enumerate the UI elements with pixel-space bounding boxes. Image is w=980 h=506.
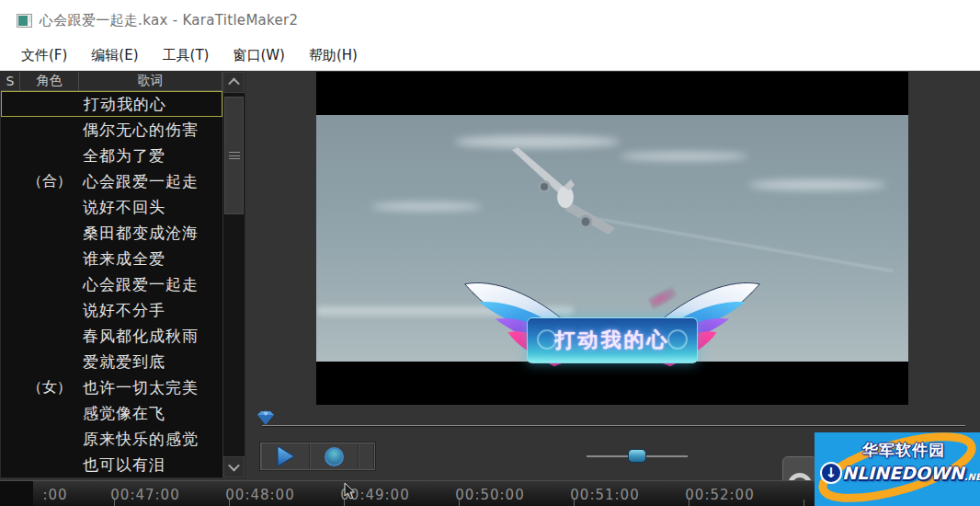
scroll-up-button[interactable] bbox=[223, 72, 245, 93]
timeline-tick bbox=[114, 500, 115, 506]
lyric-row[interactable]: 全都为了爱 bbox=[1, 143, 222, 168]
extra-transport-button[interactable] bbox=[359, 443, 374, 469]
video-sky: 打动我的心 bbox=[316, 115, 908, 362]
lyric-row[interactable]: 春风都化成秋雨 bbox=[1, 323, 222, 349]
subtitle-text: 打动我的心 bbox=[555, 327, 670, 354]
timeline-tick bbox=[574, 500, 575, 506]
lyric-row[interactable]: 桑田都变成沧海 bbox=[1, 220, 222, 246]
lyrics-scrollbar[interactable] bbox=[222, 72, 245, 477]
window-title: 心会跟爱一起走.kax - KaraTitleMaker2 bbox=[40, 12, 298, 29]
time-label: 00:52:00 bbox=[685, 487, 754, 503]
lyric-row[interactable]: 偶尔无心的伤害 bbox=[1, 117, 222, 143]
column-header-lyric[interactable]: 歌词 bbox=[79, 72, 222, 90]
play-icon bbox=[277, 445, 295, 467]
seek-bar[interactable] bbox=[262, 425, 965, 427]
chevron-down-icon bbox=[228, 460, 240, 472]
title-banner: 打动我的心 bbox=[461, 277, 764, 374]
timeline-tick bbox=[344, 500, 345, 506]
lyric-row[interactable]: （女）也许一切太完美 bbox=[1, 374, 222, 400]
menu-file[interactable]: 文件(F) bbox=[9, 43, 79, 68]
timeline-tick bbox=[229, 500, 230, 506]
watermark-site-name: 华军软件园 bbox=[862, 440, 945, 461]
title-bar: 心会跟爱一起走.kax - KaraTitleMaker2 bbox=[0, 0, 980, 40]
lyrics-header: S 角色 歌词 bbox=[1, 72, 222, 91]
lyric-row[interactable]: 感觉像在飞 bbox=[1, 400, 222, 426]
lyric-row[interactable]: 心会跟爱一起走 bbox=[1, 271, 222, 297]
subtitle-plate: 打动我的心 bbox=[527, 317, 698, 363]
scrollbar-track[interactable] bbox=[223, 93, 245, 456]
lyric-row[interactable]: 爱就爱到底 bbox=[1, 349, 222, 374]
watermark-brand: ↓NLINEDOWN.NET bbox=[820, 462, 980, 484]
watermark-overlay: 华军软件园 ↓NLINEDOWN.NET bbox=[815, 432, 980, 506]
time-label: 00:50:00 bbox=[455, 487, 524, 503]
timeline-tick bbox=[689, 500, 689, 506]
column-header-s[interactable]: S bbox=[1, 72, 20, 90]
lyric-row[interactable]: 说好不回头 bbox=[1, 194, 222, 220]
time-label: :00 bbox=[42, 487, 67, 503]
grip-icon bbox=[229, 152, 240, 159]
record-button[interactable] bbox=[310, 443, 359, 469]
play-button[interactable] bbox=[261, 443, 310, 469]
mouse-cursor bbox=[344, 482, 357, 500]
record-icon bbox=[325, 447, 344, 466]
seek-marker-icon[interactable] bbox=[257, 410, 274, 425]
application-window: 心会跟爱一起走.kax - KaraTitleMaker2 文件(F) 编辑(E… bbox=[0, 0, 980, 506]
lyrics-rows: 打动我的心 偶尔无心的伤害 全都为了爱 （合）心会跟爱一起走 说好不回头 桑田都… bbox=[1, 91, 222, 477]
menu-edit[interactable]: 编辑(E) bbox=[79, 43, 150, 68]
chevron-up-icon bbox=[228, 78, 240, 90]
lyric-row-selected[interactable]: 打动我的心 bbox=[1, 91, 222, 117]
playback-slider[interactable] bbox=[587, 448, 688, 465]
menu-help[interactable]: 帮助(H) bbox=[297, 43, 370, 68]
scroll-down-button[interactable] bbox=[223, 456, 245, 477]
timeline-tick bbox=[803, 500, 804, 506]
lyric-row[interactable]: 也可以有泪 bbox=[1, 452, 222, 477]
time-label: 00:47:00 bbox=[110, 487, 179, 503]
timeline-tick bbox=[459, 500, 460, 506]
lyric-row[interactable]: 谁来成全爱 bbox=[1, 246, 222, 271]
app-icon bbox=[17, 14, 32, 28]
scrollbar-thumb[interactable] bbox=[224, 97, 244, 214]
airplane bbox=[505, 144, 633, 246]
lyric-row[interactable]: 说好不分手 bbox=[1, 297, 222, 323]
lyrics-panel: S 角色 歌词 打动我的心 偶尔无心的伤害 全都为了爱 （合）心会跟爱一起走 说… bbox=[0, 71, 245, 478]
timeline-origin bbox=[0, 481, 33, 506]
time-label: 00:48:00 bbox=[225, 487, 294, 503]
time-label: 00:51:00 bbox=[570, 487, 639, 503]
column-header-role[interactable]: 角色 bbox=[20, 72, 79, 90]
main-area: S 角色 歌词 打动我的心 偶尔无心的伤害 全都为了爱 （合）心会跟爱一起走 说… bbox=[0, 71, 980, 506]
lyric-row[interactable]: （合）心会跟爱一起走 bbox=[1, 168, 222, 194]
video-preview[interactable]: 打动我的心 bbox=[316, 72, 908, 405]
menu-window[interactable]: 窗口(W) bbox=[221, 43, 297, 68]
slider-handle[interactable] bbox=[628, 449, 646, 463]
download-arrow-icon: ↓ bbox=[820, 462, 842, 484]
lyric-row[interactable]: 原来快乐的感觉 bbox=[1, 426, 222, 452]
transport-controls bbox=[260, 443, 375, 470]
menu-bar: 文件(F) 编辑(E) 工具(T) 窗口(W) 帮助(H) bbox=[0, 40, 980, 71]
menu-tools[interactable]: 工具(T) bbox=[151, 43, 222, 68]
